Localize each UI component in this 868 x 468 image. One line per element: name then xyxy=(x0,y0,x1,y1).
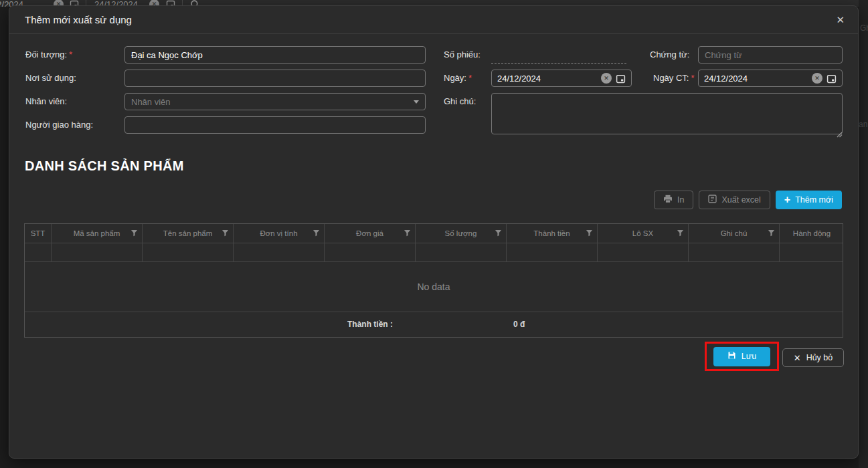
column-header-label: Tên sản phẩm xyxy=(163,229,213,237)
empty-cell xyxy=(325,243,416,261)
column-header[interactable]: STT xyxy=(25,224,52,243)
products-section-heading: DANH SÁCH SẢN PHẨM xyxy=(25,158,184,174)
print-button[interactable]: In xyxy=(654,191,693,209)
background-text-fragment: an xyxy=(859,120,867,129)
table-empty-row xyxy=(25,243,843,262)
clear-icon[interactable]: ✕ xyxy=(601,73,612,84)
column-header-label: Hành động xyxy=(793,229,831,237)
add-new-button[interactable]: + Thêm mới xyxy=(776,191,842,209)
column-header-label: STT xyxy=(31,229,46,237)
chung-tu-input[interactable] xyxy=(698,46,843,64)
clear-icon[interactable]: ✕ xyxy=(812,73,822,84)
nguoi-giao-hang-input[interactable] xyxy=(124,116,426,134)
column-header-label: Thành tiền xyxy=(533,229,570,237)
filter-icon[interactable] xyxy=(768,229,775,237)
products-table: STTMã sản phẩmTên sản phẩmĐơn vị tínhĐơn… xyxy=(24,223,843,338)
empty-cell xyxy=(52,243,143,261)
modal-title: Thêm mới xuất sử dụng xyxy=(25,6,132,34)
modal-header: Thêm mới xuất sử dụng ✕ xyxy=(9,6,858,34)
export-excel-icon xyxy=(708,195,717,205)
chevron-down-icon xyxy=(414,100,419,104)
printer-icon xyxy=(663,195,673,205)
filter-icon[interactable] xyxy=(586,229,593,237)
filter-icon[interactable] xyxy=(495,229,502,237)
calendar-icon[interactable] xyxy=(616,74,626,84)
save-button-label: Lưu xyxy=(742,352,756,361)
column-header-label: Ghi chú xyxy=(721,229,748,237)
column-header-label: Đơn vị tính xyxy=(260,229,297,237)
field-label-ngay: Ngày:* xyxy=(444,70,472,87)
column-header[interactable]: Đơn giá xyxy=(325,224,416,243)
print-button-label: In xyxy=(677,195,684,205)
empty-cell xyxy=(143,243,234,261)
empty-cell xyxy=(598,243,689,261)
export-excel-button[interactable]: Xuất excel xyxy=(699,191,770,209)
column-header-label: Đơn giá xyxy=(356,229,383,237)
background-page-edge: Gh an xyxy=(859,0,868,468)
filter-icon[interactable] xyxy=(313,229,320,237)
field-label-noi-su-dung: Nơi sử dụng: xyxy=(25,70,76,87)
date-value: 24/12/2024 xyxy=(497,74,597,84)
column-header[interactable]: Lô SX xyxy=(598,224,689,243)
background-text-fragment: Gh xyxy=(860,23,868,33)
plus-icon: + xyxy=(784,195,790,205)
field-label-chung-tu: Chứng từ: xyxy=(650,46,689,64)
filter-icon[interactable] xyxy=(131,229,138,237)
table-footer: Thành tiền : 0 đ xyxy=(25,312,843,337)
total-label: Thành tiền : xyxy=(325,312,416,337)
column-header[interactable]: Mã sản phẩm xyxy=(52,224,143,243)
column-header[interactable]: Số lượng xyxy=(416,224,507,243)
screen: 24/12/2024 ✕ 24/12/2024 ✕ Gh an Thêm mới… xyxy=(0,0,868,468)
annotation-highlight-box: Lưu xyxy=(705,342,779,371)
modal-add-export-usage: Thêm mới xuất sử dụng ✕ Đối tượng:* Nơi … xyxy=(9,5,859,459)
field-label-ghi-chu: Ghi chú: xyxy=(444,93,476,110)
column-header[interactable]: Ghi chú xyxy=(689,224,780,243)
field-label-nguoi-giao-hang: Người giao hàng: xyxy=(25,116,93,134)
field-label-so-phieu: Số phiếu: xyxy=(444,46,481,64)
table-toolbar: In Xuất excel + Thêm mới xyxy=(654,191,842,209)
empty-cell xyxy=(416,243,507,261)
doi-tuong-input[interactable] xyxy=(124,46,426,64)
save-button[interactable]: Lưu xyxy=(713,347,770,366)
x-icon: ✕ xyxy=(794,353,801,363)
no-data-message: No data xyxy=(25,262,843,312)
cancel-button-label: Hủy bỏ xyxy=(806,353,833,362)
date-value: 24/12/2024 xyxy=(704,74,808,84)
empty-cell xyxy=(689,243,780,261)
empty-cell xyxy=(234,243,325,261)
empty-cell xyxy=(507,243,598,261)
field-label-nhan-vien: Nhân viên: xyxy=(25,93,67,110)
ngay-ct-date-input[interactable]: 24/12/2024 ✕ xyxy=(698,70,843,87)
filter-icon[interactable] xyxy=(222,229,229,237)
empty-cell xyxy=(780,243,844,261)
noi-su-dung-input[interactable] xyxy=(124,70,426,87)
ghi-chu-textarea[interactable] xyxy=(491,93,843,134)
column-header[interactable]: Tên sản phẩm xyxy=(143,224,234,243)
cancel-button[interactable]: ✕ Hủy bỏ xyxy=(782,348,844,367)
export-excel-button-label: Xuất excel xyxy=(721,195,760,205)
column-header[interactable]: Đơn vị tính xyxy=(234,224,325,243)
ngay-date-input[interactable]: 24/12/2024 ✕ xyxy=(491,70,632,87)
nhan-vien-select[interactable]: Nhân viên xyxy=(124,93,426,110)
column-header-label: Mã sản phẩm xyxy=(74,229,120,237)
column-header-label: Số lượng xyxy=(445,229,477,237)
select-placeholder: Nhân viên xyxy=(131,97,414,107)
field-label-doi-tuong: Đối tượng:* xyxy=(25,46,72,64)
filter-icon[interactable] xyxy=(404,229,411,237)
calendar-icon[interactable] xyxy=(827,74,837,84)
column-header[interactable]: Thành tiền xyxy=(507,224,598,243)
column-header-label: Lô SX xyxy=(632,229,653,237)
add-new-button-label: Thêm mới xyxy=(795,195,833,205)
filter-icon[interactable] xyxy=(677,229,684,237)
close-icon[interactable]: ✕ xyxy=(836,14,845,26)
column-header[interactable]: Hành động xyxy=(780,224,844,243)
field-label-ngay-ct: Ngày CT:* xyxy=(653,70,695,87)
so-phieu-field xyxy=(491,46,626,64)
total-value: 0 đ xyxy=(508,312,525,337)
save-icon xyxy=(727,351,736,362)
empty-cell xyxy=(25,243,52,261)
table-header-row: STTMã sản phẩmTên sản phẩmĐơn vị tínhĐơn… xyxy=(25,224,843,243)
